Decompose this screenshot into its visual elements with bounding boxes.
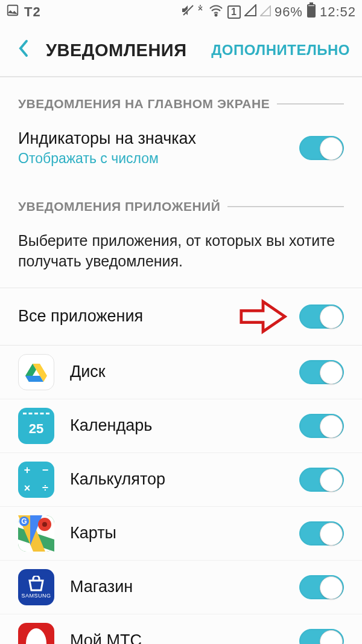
section-title: УВЕДОМЛЕНИЯ НА ГЛАВНОМ ЭКРАНЕ: [18, 97, 270, 111]
switch-all-apps[interactable]: [299, 304, 344, 329]
divider: [227, 206, 344, 207]
battery-percent: 96%: [275, 4, 303, 20]
pref-title: Индикаторы на значках: [18, 129, 299, 148]
signal-icon-1: [244, 4, 256, 20]
switch-app-maps[interactable]: [299, 521, 344, 546]
app-row[interactable]: 25Календарь: [0, 399, 362, 453]
app-icon-calculator: +−×÷: [18, 462, 54, 498]
app-icon-maps: G: [18, 515, 54, 552]
section-title: УВЕДОМЛЕНИЯ ПРИЛОЖЕНИЙ: [18, 199, 220, 214]
app-row[interactable]: Диск: [0, 346, 362, 399]
status-bar: T2 1 96% 12:52: [0, 0, 362, 24]
carrier-label: T2: [24, 4, 41, 20]
gallery-icon: [6, 4, 19, 21]
app-row[interactable]: SAMSUNGМагазин: [0, 561, 362, 614]
pref-icon-badges[interactable]: Индикаторы на значках Отображать с число…: [0, 116, 362, 180]
app-header: УВЕДОМЛЕНИЯ ДОПОЛНИТЕЛЬНО: [0, 24, 362, 77]
app-icon-store: SAMSUNG: [18, 569, 54, 605]
app-name-label: Магазин: [70, 578, 299, 596]
switch-icon-badges[interactable]: [299, 136, 344, 160]
svg-rect-5: [310, 2, 313, 4]
svg-text:G: G: [21, 517, 27, 526]
app-row[interactable]: Мой МТС: [0, 614, 362, 645]
pref-all-apps[interactable]: Все приложения: [0, 288, 362, 346]
battery-icon: [306, 2, 316, 22]
app-row[interactable]: GКарты: [0, 507, 362, 561]
wifi-icon: [208, 3, 224, 21]
app-name-label: Диск: [70, 362, 299, 381]
app-icon-mts: [18, 623, 54, 645]
switch-app-mts[interactable]: [299, 629, 344, 645]
switch-app-calc[interactable]: [299, 468, 344, 492]
app-name-label: Калькулятор: [70, 470, 299, 489]
app-name-label: Календарь: [70, 416, 299, 435]
app-name-label: Карты: [70, 524, 299, 543]
sim-icon: 1: [227, 5, 241, 19]
arrow-highlight-icon: [239, 301, 287, 332]
signal-icon-2: [260, 4, 271, 20]
svg-point-3: [215, 14, 217, 16]
app-icon-drive: [18, 354, 54, 390]
svg-rect-6: [308, 5, 314, 6]
switch-app-calendar[interactable]: [299, 414, 344, 438]
advanced-button[interactable]: ДОПОЛНИТЕЛЬНО: [211, 42, 350, 59]
section-home-screen-notifications: УВЕДОМЛЕНИЯ НА ГЛАВНОМ ЭКРАНЕ: [0, 77, 362, 116]
mute-icon: [180, 3, 205, 21]
divider: [277, 103, 344, 105]
switch-app-store[interactable]: [299, 575, 344, 599]
page-title: УВЕДОМЛЕНИЯ: [46, 40, 187, 60]
app-icon-calendar: 25: [18, 408, 54, 444]
all-apps-label: Все приложения: [18, 307, 239, 326]
back-button[interactable]: [17, 37, 35, 63]
switch-app-drive[interactable]: [299, 360, 344, 384]
svg-point-9: [42, 522, 47, 527]
section-description: Выберите приложения, от которых вы хотит…: [0, 219, 362, 288]
svg-rect-4: [307, 4, 316, 18]
app-row[interactable]: +−×÷Калькулятор: [0, 453, 362, 507]
clock: 12:52: [320, 4, 356, 20]
pref-subtitle: Отображать с числом: [18, 150, 299, 167]
app-name-label: Мой МТС: [70, 631, 299, 644]
section-app-notifications: УВЕДОМЛЕНИЯ ПРИЛОЖЕНИЙ: [0, 180, 362, 219]
